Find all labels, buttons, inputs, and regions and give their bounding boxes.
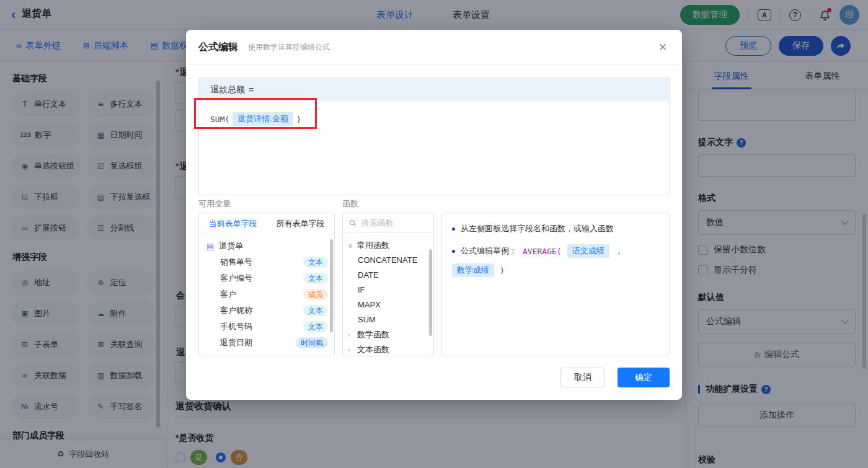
function-group-common[interactable]: ∨ 常用函数 [343,238,433,253]
function-token: SUM( [210,115,229,124]
chevron-right-icon: › [348,346,354,353]
formula-target-bar: 退款总额 = [199,78,669,101]
field-type-badge: 成员 [303,289,328,300]
field-type-badge: 文本 [303,305,328,316]
chevron-right-icon: › [348,331,354,338]
modal-header: 公式编辑 使用数学运算符编辑公式 [186,30,682,65]
function-search [343,213,433,233]
field-type-badge: 文本 [303,321,328,332]
modal-title: 公式编辑 [198,41,238,54]
function-item[interactable]: MAPX [343,298,433,312]
hint-line-2: 公式编辑举例： AVERAGE( 语文成绩 ， 数学成绩 ) [452,244,659,277]
hint-line-1: 从左侧面板选择字段名和函数，或输入函数 [452,223,659,234]
field-type-badge: 时间戳 [296,337,328,348]
functions-label: 函数 [342,198,358,210]
function-item[interactable]: IF [343,283,433,298]
function-search-input[interactable] [360,218,422,228]
function-item[interactable]: SUM [343,312,433,327]
form-root-item[interactable]: ▤ 退货单 [199,238,334,254]
bullet-icon [452,250,455,253]
variables-tabs: 当前表单字段 所有表单字段 [199,213,334,234]
field-type-badge: 文本 [303,257,328,268]
variables-list: ▤ 退货单 销售单号 文本 客户编号 文本 客户 成员 [199,234,334,351]
variable-field-item[interactable]: 客户 成员 [199,286,334,302]
variable-field-item[interactable]: 手机号码 文本 [199,319,334,335]
close-paren: ) [296,115,301,124]
example-chip: 语文成绩 [567,244,609,258]
variables-panel: 当前表单字段 所有表单字段 ▤ 退货单 销售单号 文本 客户编号 文本 [198,213,335,356]
functions-panel: ∨ 常用函数 CONCATENATEDATEIFMAPXSUM › 数学函数 ›… [342,213,434,356]
app-window: ‹ 退货单 表单设计 表单设置 数据管理 A ? 理 ∞ 表单外链 [0,0,868,468]
variable-field-item[interactable]: 客户昵称 文本 [199,302,334,319]
hint-panel: 从左侧面板选择字段名和函数，或输入函数 公式编辑举例： AVERAGE( 语文成… [441,213,670,356]
modal-subtitle: 使用数学运算符编辑公式 [248,42,330,53]
function-item[interactable]: CONCATENATE [343,253,433,268]
variables-label: 可用变量 [198,198,231,210]
file-icon: ▤ [206,242,214,251]
tab-current-form-fields[interactable]: 当前表单字段 [209,218,257,229]
variable-field-item[interactable]: 客户编号 文本 [199,270,334,286]
functions-scrollbar[interactable] [429,249,432,336]
close-paren: ) [500,266,505,275]
variable-field-item[interactable]: 退货日期 时间戳 [199,335,334,351]
confirm-button[interactable]: 确定 [618,368,670,387]
field-type-badge: 文本 [303,273,328,284]
function-tree: ∨ 常用函数 CONCATENATEDATEIFMAPXSUM › 数学函数 ›… [343,233,433,356]
formula-expression[interactable]: SUM( 退货详情.金额 ) [199,101,669,137]
field-chip[interactable]: 退货详情.金额 [232,112,293,126]
modal-footer: 取消 确定 [560,368,670,387]
function-item[interactable]: DATE [343,268,433,283]
bullet-icon [452,227,455,231]
variables-scrollbar[interactable] [330,239,333,332]
example-chip: 数学成绩 [452,263,494,277]
function-group-text[interactable]: › 文本函数 [343,342,433,356]
function-group-math[interactable]: › 数学函数 [343,327,433,342]
function-token: AVERAGE( [523,247,562,256]
cancel-button[interactable]: 取消 [560,368,605,387]
search-icon [349,219,356,227]
formula-editor[interactable]: 退款总额 = SUM( 退货详情.金额 ) [198,77,670,195]
tab-all-form-fields[interactable]: 所有表单字段 [277,218,325,229]
formula-edit-modal: 公式编辑 使用数学运算符编辑公式 ✕ 退款总额 = SUM( 退货详情.金额 )… [186,30,682,400]
close-icon[interactable]: ✕ [658,41,667,54]
variable-field-item[interactable]: 销售单号 文本 [199,254,334,270]
chevron-down-icon: ∨ [348,242,354,250]
